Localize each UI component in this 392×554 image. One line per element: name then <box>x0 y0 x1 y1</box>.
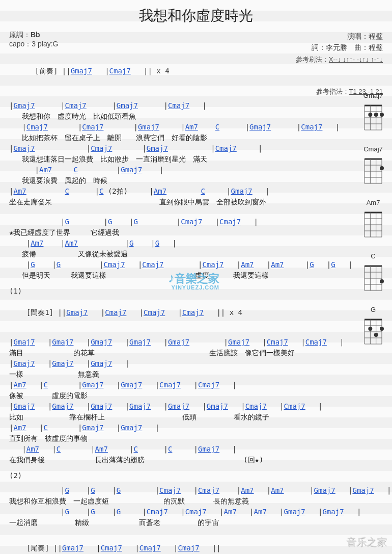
verse-2: |Gmaj7 |Gmaj7 |Gmaj7 |Gmaj7 |Gmaj7 |Gmaj… <box>9 337 383 465</box>
chord-line: |Am7 |C |Am7 |C |C |Gmaj7 | <box>9 444 383 455</box>
singer-label: 演唱： <box>347 32 369 40</box>
meta-left: 原調：Bb capo：3 play:G <box>9 31 59 53</box>
lyric-line: 像被 虛度的電影 <box>9 390 383 401</box>
chord-line: |Gmaj7 |Gmaj7 |Gmaj7 |Gmaj7 |Gmaj7 |Gmaj… <box>9 337 383 348</box>
ref-strum: 參考刷法：X--↓ ↓↑↑- -↓↑↓ ↑-↑↓ <box>296 55 383 87</box>
lyric-line: 我想和你 虛度時光 比如低頭看魚 <box>9 111 383 122</box>
song-title: 我想和你虛度時光 <box>9 6 383 25</box>
svg-point-40 <box>380 279 384 283</box>
chord-diagram-cmaj7: Cmaj7 <box>360 145 386 184</box>
chord-line: |Cmaj7 |Cmaj7 |Gmaj7 |Am7 C |Gmaj7 |Cmaj… <box>9 122 383 133</box>
composer-value: 程璧 <box>369 43 383 51</box>
lyricist-value: 李元勝 <box>326 43 347 51</box>
chord-line: |Am7 |Am7 |G |G | <box>9 238 383 249</box>
svg-point-11 <box>380 113 384 117</box>
intro-label: [前奏] <box>35 67 58 75</box>
lyric-line: ★我已經虛度了世界 它經過我 <box>9 227 383 238</box>
section-2-label: (2) <box>9 470 383 481</box>
chord-line: |Am7 |C |Gmaj7 |Gmaj7 | <box>9 423 383 433</box>
interlude-line: [間奏1] ||Gmaj7 |Cmaj7 |Cmaj7 |Cmaj7 || x … <box>9 297 383 329</box>
lyric-line: 在我們身後 長出薄薄的翅膀 (回★) <box>9 455 383 465</box>
svg-point-50 <box>368 327 372 331</box>
svg-point-51 <box>374 333 378 337</box>
watermark-corner: 音乐之家 <box>346 535 387 549</box>
lyric-line: 疲倦 又像從未被愛過 <box>9 249 383 259</box>
meta-right: 演唱：程璧 詞：李元勝 曲：程璧 <box>312 31 383 53</box>
chord-line: |Gmaj7 |Gmaj7 |Gmaj7 | <box>9 358 383 369</box>
chord-line: |G |G |G |Cmaj7 |Cmaj7 |Am7 |Am7 |Gmaj7 … <box>9 507 383 517</box>
chord-diagrams: Gmaj7Cmaj7Am7CG <box>360 92 386 345</box>
chord-line: |Gmaj7 |Gmaj7 |Gmaj7 |Gmaj7 |Gmaj7 |Gmaj… <box>9 401 383 412</box>
intro-line: [前奏] ||Gmaj7 |Cmaj7 || x 4 <box>9 55 170 87</box>
chord-diagram-label: Cmaj7 <box>360 145 386 153</box>
chord-line: |G |G |Cmaj7 |Cmaj7 |Cmaj7 |Am7 |Am7 |G … <box>9 259 383 270</box>
chord-line: |Gmaj7 |Cmaj7 |Gmaj7 |Cmaj7 | <box>9 100 383 111</box>
lyric-line: 比如 靠在欄杆上 低頭 看水的鏡子 <box>9 412 383 423</box>
lyric-line: 坐在走廊發呆 直到你眼中烏雲 全部被吹到窗外 <box>9 197 383 207</box>
composer-label: 曲： <box>354 43 369 51</box>
chord-diagram-label: C <box>360 252 386 260</box>
chord-line: |Gmaj7 |Cmaj7 |Gmaj7 |Cmaj7 | <box>9 143 383 154</box>
chord-line: |G |G |G |Cmaj7 |Cmaj7 |Am7 |Am7 |Gmaj7 … <box>9 485 383 496</box>
verse-1: |Gmaj7 |Cmaj7 |Gmaj7 |Cmaj7 | 我想和你 虛度時光 … <box>9 100 383 207</box>
watermark-logo: ♪音樂之家 YINYUEZJ.COM <box>168 270 219 291</box>
lyric-line: 一樣 無意義 <box>9 369 383 380</box>
svg-point-10 <box>374 113 378 117</box>
outro-line: [尾奏] ||Gmaj7 |Cmaj7 |Cmaj7 |Cmaj7 || <box>9 532 383 554</box>
lyric-line: 我還想連落日一起浪費 比如散步 一直消磨到星光 滿天 <box>9 154 383 165</box>
capo-info: capo：3 play:G <box>9 40 59 48</box>
chord-line: |Am7 |C |Gmaj7 |Gmaj7 |Cmaj7 |Cmaj7 | <box>9 380 383 390</box>
lyricist-label: 詞： <box>312 43 326 51</box>
chord-line: |Am7 C |C (2拍) |Am7 C |Gmaj7 | <box>9 186 383 197</box>
svg-point-21 <box>380 166 384 170</box>
chord-diagram-g: G <box>360 306 386 345</box>
verse-3: |G |G |G |Cmaj7 |Cmaj7 |Am7 |Am7 |Gmaj7 … <box>9 485 383 528</box>
chord-diagram-label: Am7 <box>360 199 386 206</box>
lyric-line: 比如把茶杯 留在桌子上 離開 浪費它們 好看的陰影 <box>9 133 383 143</box>
chord-line: |G |G |G |Cmaj7 |Cmaj7 | <box>9 217 383 227</box>
chord-diagram-c: C <box>360 252 386 292</box>
lyric-line: 一起消磨 精緻 而蒼老 的宇宙 <box>9 517 383 528</box>
svg-point-52 <box>380 327 384 331</box>
chord-diagram-gmaj7: Gmaj7 <box>360 92 386 131</box>
chord-line: |Am7 C |Gmaj7 | <box>9 165 383 175</box>
chord-diagram-label: Gmaj7 <box>360 92 386 99</box>
chord-diagram-am7: Am7 <box>360 199 386 238</box>
ref-finger: 參考指法：T1 23 -1 21 <box>9 87 383 96</box>
svg-point-9 <box>368 113 372 117</box>
lyric-line: 我還要浪費 風起的 時候 <box>9 175 383 186</box>
singer-value: 程璧 <box>369 32 383 40</box>
key-value: Bb <box>31 31 40 39</box>
chord-diagram-label: G <box>360 306 386 313</box>
lyric-line: 滿目 的花草 生活應該 像它們一樣美好 <box>9 348 383 358</box>
key-label: 原調： <box>9 31 31 39</box>
lyric-line: 直到所有 被虛度的事物 <box>9 433 383 444</box>
lyric-line: 我想和你互相浪費 一起虛度短 的沉默 長的無意義 <box>9 496 383 507</box>
